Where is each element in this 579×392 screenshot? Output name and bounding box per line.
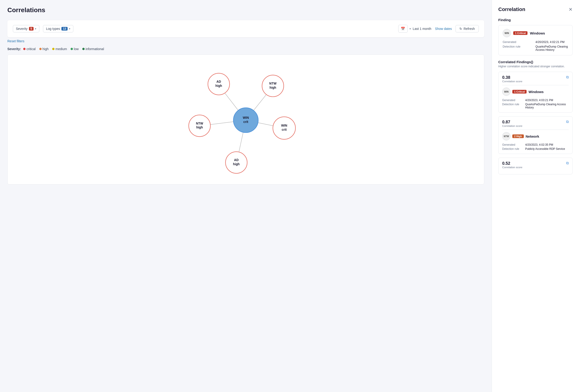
corr-score-block-2: 0.87 Correlation score	[502, 120, 522, 127]
reset-filters-link[interactable]: Reset filters	[7, 39, 24, 43]
corr-gen-value-1: 4/20/2023, 4:03:21 PM	[525, 99, 569, 102]
corr-score-label-2: Correlation score	[502, 124, 522, 127]
corr-name-1: Windows	[528, 90, 544, 94]
correlated-card-2: 0.87 Correlation score ⧉ NTW 2 High Netw…	[498, 116, 573, 154]
high-label: high	[43, 47, 49, 51]
corr-score-row-1: 0.38 Correlation score ⧉	[502, 75, 569, 83]
node-win-crit-label2: crit	[243, 120, 248, 124]
node-win-crit-right-label1: WIN	[281, 124, 287, 127]
severity-legend-label: Severity:	[7, 47, 21, 51]
corr-gen-label-1: Generated	[502, 99, 525, 102]
finding-name: Windows	[530, 31, 545, 35]
corr-score-block-1: 0.38 Correlation score	[502, 75, 522, 83]
medium-dot	[52, 48, 55, 50]
finding-meta: Generated 4/20/2023, 4:02:21 PM Detectio…	[503, 40, 568, 52]
generated-label: Generated	[503, 40, 536, 44]
date-filter-group: 📅 ▾ Last 1 month	[398, 25, 431, 33]
corr-rule-value-1: QuarksPwDump Clearing Access History	[525, 103, 569, 109]
severity-high: high	[39, 47, 49, 51]
right-panel: Correlation ✕ Finding WIN 1 Critical Win…	[492, 0, 579, 392]
severity-critical: critical	[23, 47, 36, 51]
corr-finding-row-2: NTW 2 High Network	[502, 132, 569, 140]
log-types-label: Log types	[46, 27, 60, 31]
severity-filter-button[interactable]: Severity 5 ▾	[13, 25, 39, 32]
high-dot	[39, 48, 42, 50]
panel-header: Correlation ✕	[498, 6, 573, 12]
corr-score-value-1: 0.38	[502, 75, 522, 80]
detection-rule-label: Detection rule	[503, 45, 536, 52]
log-types-filter-button[interactable]: Log types 13 ▾	[43, 25, 73, 32]
critical-dot	[23, 48, 25, 50]
corr-divider-1	[502, 85, 569, 85]
node-win-crit-right-label2: crit	[282, 128, 287, 131]
node-ad-high-bottom-label2: high	[233, 163, 240, 166]
corr-rule-label-1: Detection rule	[502, 103, 525, 109]
node-ad-high-bottom-label1: AD	[234, 158, 239, 162]
refresh-button[interactable]: ↻ Refresh	[455, 25, 479, 32]
close-button[interactable]: ✕	[569, 7, 573, 12]
finding-card: WIN 1 Critical Windows Generated 4/20/20…	[498, 25, 573, 55]
corr-badge-2: 2 High	[512, 134, 524, 138]
severity-medium: medium	[52, 47, 67, 51]
corr-avatar-text-1: WIN	[504, 91, 508, 93]
corr-meta-2: Generated 4/20/2023, 4:02:35 PM Detectio…	[502, 143, 569, 151]
informational-label: informational	[85, 47, 104, 51]
log-types-badge: 13	[61, 27, 68, 31]
finding-section-title: Finding	[498, 18, 573, 22]
critical-label: critical	[26, 47, 36, 51]
refresh-icon: ↻	[459, 27, 462, 31]
page-title: Correlations	[7, 6, 484, 14]
medium-label: medium	[55, 47, 67, 51]
corr-score-value-3: 0.52	[502, 161, 522, 166]
corr-score-row-3: 0.52 Correlation score ⧉	[502, 161, 569, 169]
severity-informational: informational	[82, 47, 104, 51]
correlation-graph: WIN crit AD high NTW high NTW high WIN c…	[12, 59, 479, 179]
corr-finding-row-1: WIN 1 Critical Windows	[502, 88, 569, 96]
corr-meta-1: Generated 4/20/2023, 4:03:21 PM Detectio…	[502, 99, 569, 109]
finding-header: WIN 1 Critical Windows	[503, 29, 568, 37]
finding-avatar-text: WIN	[505, 32, 509, 34]
node-ntw-high-left-label2: high	[196, 126, 203, 129]
graph-container[interactable]: WIN crit AD high NTW high NTW high WIN c…	[7, 55, 484, 184]
corr-rule-label-2: Detection rule	[502, 147, 525, 151]
severity-low: low	[71, 47, 79, 51]
corr-gen-label-2: Generated	[502, 143, 525, 146]
corr-badge-1: 1 Critical	[512, 90, 527, 94]
corr-name-2: Network	[526, 134, 539, 138]
low-label: low	[74, 47, 79, 51]
generated-value: 4/20/2023, 4:02:21 PM	[536, 40, 569, 44]
node-ntw-high-topright-label1: NTW	[269, 82, 276, 85]
node-win-crit-label1: WIN	[243, 116, 249, 119]
corr-avatar-1: WIN	[502, 88, 510, 96]
informational-dot	[82, 48, 85, 50]
corr-score-block-3: 0.52 Correlation score	[502, 161, 522, 169]
date-range-label: Last 1 month	[413, 27, 431, 31]
detection-rule-value: QuarksPwDump Clearing Access History	[536, 45, 569, 52]
corr-score-row-2: 0.87 Correlation score ⧉	[502, 120, 569, 127]
refresh-label: Refresh	[464, 27, 475, 31]
date-chevron-icon: ▾	[410, 27, 411, 30]
node-ad-high-topleft-label1: AD	[217, 80, 221, 83]
calendar-icon[interactable]: 📅	[398, 25, 408, 33]
correlated-subtitle: Higher correlation score indicated stron…	[498, 65, 573, 68]
show-dates-link[interactable]: Show dates	[435, 27, 452, 31]
corr-divider-2	[502, 130, 569, 130]
corr-link-btn-2[interactable]: ⧉	[566, 120, 569, 124]
log-types-chevron-icon: ▾	[69, 27, 70, 30]
finding-badge: 1 Critical	[513, 31, 527, 35]
severity-label: Severity	[16, 27, 28, 31]
corr-score-value-2: 0.87	[502, 120, 522, 124]
finding-avatar: WIN	[503, 29, 511, 37]
severity-chevron-icon: ▾	[35, 27, 36, 30]
correlated-section-title: Correlated Findings()	[498, 60, 573, 64]
correlated-card-1: 0.38 Correlation score ⧉ WIN 1 Critical …	[498, 72, 573, 112]
severity-legend: Severity: critical high medium low infor…	[7, 47, 484, 51]
node-ntw-high-left-label1: NTW	[196, 122, 203, 125]
node-ad-high-topleft-label2: high	[216, 84, 222, 88]
corr-link-btn-3[interactable]: ⧉	[566, 161, 569, 165]
filter-bar: Severity 5 ▾ Log types 13 ▾ 📅 ▾ Last 1 m…	[7, 20, 484, 37]
corr-avatar-2: NTW	[502, 132, 510, 140]
low-dot	[71, 48, 73, 50]
corr-rule-value-2: Publicly Accessible RDP Service	[525, 147, 569, 151]
corr-link-btn-1[interactable]: ⧉	[566, 75, 569, 79]
